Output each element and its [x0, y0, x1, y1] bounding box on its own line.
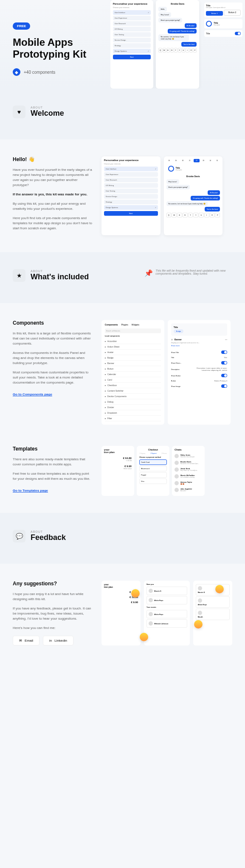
interest-field[interactable]: Strategy: [113, 43, 151, 48]
component-item[interactable]: ▸Content Switcher: [105, 388, 161, 394]
component-item[interactable]: ▸Badge: [105, 355, 161, 361]
email-icon: ✉: [19, 639, 22, 643]
interest-field[interactable]: User Experience: [113, 16, 151, 20]
interest-field[interactable]: Service Design: [104, 194, 158, 199]
interest-field[interactable]: Design Systems✓: [104, 205, 158, 210]
chat-item[interactable]: Antwon Taylor🏀 🏀: [175, 480, 202, 487]
property-row: Show Title: [171, 349, 227, 355]
keyboard: QWERTYUIOP: [158, 48, 197, 53]
templates-link[interactable]: Go to Templates page: [13, 489, 48, 492]
hero-section: FREE Mobile Apps Prototyping Kit ◆ +40 c…: [0, 0, 245, 89]
feedback-body: Any suggestions? I hope you can enjoy it…: [0, 564, 245, 662]
interest-field[interactable]: User Interface✓: [113, 10, 151, 15]
diamond-icon: ◆: [13, 68, 20, 76]
template-plan: your tion plan € 64.80 € 10.00 € 9.90 Be…: [101, 446, 134, 496]
payment-method[interactable]: Mastercard: [139, 466, 167, 471]
chat-item[interactable]: Brooke DavisNo worries. Let me know if y…: [175, 459, 202, 466]
component-item[interactable]: ▸Dialog: [105, 399, 161, 405]
component-item[interactable]: ▸Button: [105, 366, 161, 372]
heart-icon: ♥: [13, 106, 25, 118]
components-count: +40 components: [24, 70, 55, 75]
hero-mockups: Personalise your experience Choose your …: [110, 0, 245, 89]
component-item[interactable]: ▸Accordion: [105, 339, 161, 344]
chat-item[interactable]: Jamie ScottHey! What's up? I'm really ex…: [175, 466, 202, 473]
heart-eyes-emoji: [131, 589, 140, 598]
chat-item[interactable]: Jake JagielskiAwesome!: [175, 487, 202, 493]
included-header: ★ ABOUT What's included 📌 This file will…: [0, 252, 245, 303]
welcome-header: ♥ ABOUT Welcome: [0, 89, 245, 139]
interest-field[interactable]: Service Design: [113, 38, 151, 42]
toggle-icon[interactable]: [221, 384, 227, 388]
property-row: Show Descr...: [171, 360, 227, 366]
mockup-misc: Title Description. Lorem ipsum dolor sit…: [202, 0, 245, 89]
mockup-personalise: Personalise your experience Choose your …: [110, 0, 154, 89]
interest-field[interactable]: User Testing: [104, 189, 158, 193]
pin-icon: 📌: [144, 269, 153, 277]
free-badge: FREE: [13, 22, 30, 30]
templates-body: Templates There are also some ready-made…: [0, 442, 245, 513]
feedback-mock-people: Near you Marvin SAlicia Keys Your events…: [144, 581, 190, 645]
interest-field[interactable]: User Experience: [104, 172, 158, 177]
components-link[interactable]: Go to Components page: [13, 392, 52, 396]
person-card[interactable]: Alicia Keys: [146, 610, 187, 618]
property-row: Show Image: [171, 383, 227, 389]
welcome-body: Hello! 👋 Have you ever found yourself in…: [0, 139, 245, 252]
component-item[interactable]: ▸Action Sheet: [105, 344, 161, 350]
component-item[interactable]: ▸Checkbox: [105, 383, 161, 388]
component-item[interactable]: ▸Avatar: [105, 350, 161, 355]
payment-method[interactable]: Paypal: [139, 472, 167, 478]
component-item[interactable]: ▸Calendar: [105, 372, 161, 377]
star-icon: ★: [13, 269, 25, 282]
interest-field[interactable]: UX Writing: [104, 183, 158, 188]
chat-item[interactable]: Marvin McFaddenLet's schedule a meeting: [175, 473, 202, 480]
panel-tab[interactable]: Components: [105, 323, 118, 326]
person-card[interactable]: Marvin S: [146, 587, 187, 595]
welcome-mock-2: 1619202122232425 TitleDescription Brooke…: [164, 156, 223, 235]
next-button[interactable]: Next: [113, 55, 151, 59]
toggle-icon[interactable]: [235, 32, 241, 35]
interest-field[interactable]: User Research: [104, 178, 158, 182]
panel-tab[interactable]: Plugins: [121, 323, 128, 326]
toggle-icon[interactable]: [221, 351, 227, 354]
toggle-icon[interactable]: [221, 361, 227, 364]
component-item[interactable]: ▸Banner: [105, 361, 161, 366]
linkedin-button[interactable]: inLinkedin: [43, 636, 73, 645]
components-body: Components In this kit, there is a large…: [0, 303, 245, 442]
hero-title: Mobile Apps Prototyping Kit: [13, 36, 123, 60]
hello-heading: Hello! 👋: [13, 156, 93, 162]
payment-method[interactable]: Credit Card: [139, 459, 167, 465]
feedback-header: 💬 ABOUT Feedback: [0, 513, 245, 564]
template-checkout: Checkout 1 Shipping2 Payment3 Review Cho…: [137, 446, 169, 496]
laugh-emoji: [140, 633, 148, 641]
component-item[interactable]: ▸Divider: [105, 405, 161, 410]
toggle-icon[interactable]: [221, 374, 227, 377]
interest-field[interactable]: User Research: [113, 21, 151, 26]
interest-field[interactable]: User Interface✓: [104, 167, 158, 171]
linkedin-icon: in: [49, 639, 52, 643]
interest-field[interactable]: User Testing: [113, 32, 151, 37]
component-item[interactable]: ▸Card: [105, 377, 161, 383]
interest-field[interactable]: UX Writing: [113, 27, 151, 31]
interest-field[interactable]: Design Systems✓: [113, 49, 151, 53]
chat-icon: 💬: [13, 530, 25, 542]
email-button[interactable]: ✉Email: [13, 636, 39, 645]
mockup-chat: Brooke Davis Hello Hey Lucas! How's your…: [156, 0, 199, 89]
chat-item[interactable]: Haley JonesSend an in first chat post: [175, 453, 202, 459]
payment-method[interactable]: Visa: [139, 479, 167, 484]
person-card[interactable]: Whitesh Johnson: [146, 619, 187, 628]
property-row: TitleTitle: [171, 355, 227, 360]
property-row: DescriptionDescription. Lorem ipsum dolo…: [171, 366, 227, 373]
interest-field[interactable]: Strategy: [104, 200, 158, 204]
properties-panel: Title Badge ◇Banner⋯ Display an importan…: [168, 320, 231, 425]
search-input[interactable]: Search all libraries: [105, 328, 161, 333]
welcome-mock-1: Personalise your experience Choose your …: [101, 156, 161, 235]
feedback-mock-profiles: Marvin S Alicia Keys Mouth: [193, 581, 232, 645]
assets-panel: ComponentsPluginsWidgets Search all libr…: [101, 320, 164, 425]
component-item[interactable]: ▸Filter: [105, 416, 161, 421]
person-card[interactable]: Alicia Keys: [146, 596, 187, 604]
property-row: ButtonButton Primary ▾: [171, 378, 227, 383]
component-item[interactable]: ▸Dropdown: [105, 410, 161, 416]
template-chats: Chats Haley JonesSend an in first chat p…: [172, 446, 205, 496]
panel-tab[interactable]: Widgets: [132, 323, 139, 326]
component-item[interactable]: ▸Device Components: [105, 394, 161, 399]
